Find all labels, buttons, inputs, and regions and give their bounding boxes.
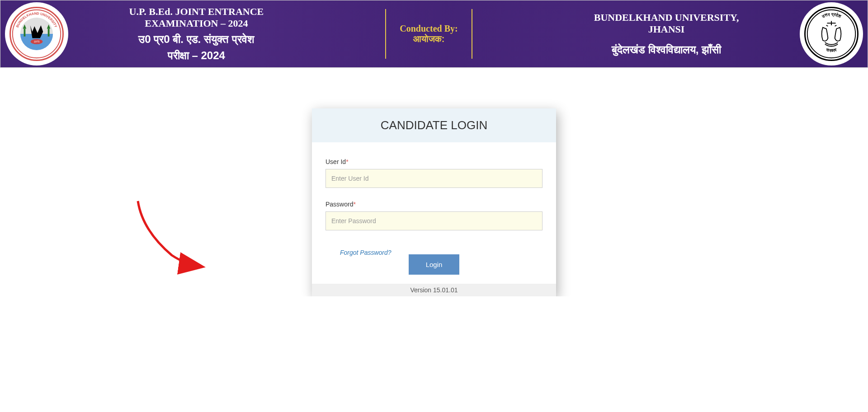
conducted-by-block: Conducted By: आयोजक: [385, 9, 472, 59]
svg-text:उत्तर प्रदेश: उत्तर प्रदेश [821, 12, 842, 19]
exam-title-hi-line2: परीक्षा – 2024 [129, 49, 264, 62]
svg-rect-4 [48, 29, 50, 37]
login-container: CANDIDATE LOGIN User Id* Password* Forgo… [0, 108, 868, 296]
university-title-block: BUNDELKHAND UNIVERSITY, JHANSI बुंदेलखंड… [594, 12, 739, 56]
userid-input[interactable] [326, 169, 542, 188]
forgot-password-link[interactable]: Forgot Password? [340, 249, 392, 256]
login-header: CANDIDATE LOGIN [312, 108, 556, 142]
svg-rect-3 [24, 29, 26, 37]
conducted-by-en: Conducted By: [400, 23, 458, 34]
university-title-hi: बुंदेलखंड विश्वविद्यालय, झाँसी [594, 43, 739, 56]
svg-text:1975: 1975 [34, 40, 40, 43]
password-group: Password* [326, 201, 542, 230]
page-header: BUNDELKHAND UNIVERSITY 1975 U.P. B.Ed. J… [0, 0, 868, 68]
university-logo-left: BUNDELKHAND UNIVERSITY 1975 [5, 2, 68, 66]
version-footer: Version 15.01.01 [312, 284, 556, 296]
exam-title-hi-line1: उ0 प्र0 बी. एड. संयुक्त प्रवेश [129, 33, 264, 46]
exam-title-block: U.P. B.Ed. JOINT ENTRANCE EXAMINATION – … [129, 6, 264, 62]
login-box: CANDIDATE LOGIN User Id* Password* Forgo… [312, 108, 556, 296]
password-input[interactable] [326, 211, 542, 230]
conducted-by-hi: आयोजक: [400, 34, 458, 44]
university-title-en-line1: BUNDELKHAND UNIVERSITY, [594, 12, 739, 23]
login-form: User Id* Password* Forgot Password? Logi… [312, 142, 556, 284]
exam-title-en-line2: EXAMINATION – 2024 [129, 18, 264, 29]
userid-label: User Id* [326, 158, 542, 165]
login-title: CANDIDATE LOGIN [322, 118, 546, 132]
up-govt-emblem-icon: उत्तर प्रदेश सरकार [806, 7, 857, 61]
svg-line-13 [835, 25, 837, 26]
svg-text:सरकार: सरकार [826, 47, 838, 53]
svg-line-12 [826, 25, 828, 26]
login-button[interactable]: Login [409, 254, 460, 275]
university-title-en-line2: JHANSI [594, 23, 739, 35]
userid-group: User Id* [326, 158, 542, 188]
form-actions: Forgot Password? Login [326, 248, 542, 275]
bundelkhand-logo-icon: BUNDELKHAND UNIVERSITY 1975 [11, 7, 62, 61]
up-govt-logo: उत्तर प्रदेश सरकार [800, 2, 863, 66]
exam-title-en-line1: U.P. B.Ed. JOINT ENTRANCE [129, 6, 264, 18]
annotation-arrow-icon [131, 199, 212, 276]
password-label: Password* [326, 201, 542, 208]
